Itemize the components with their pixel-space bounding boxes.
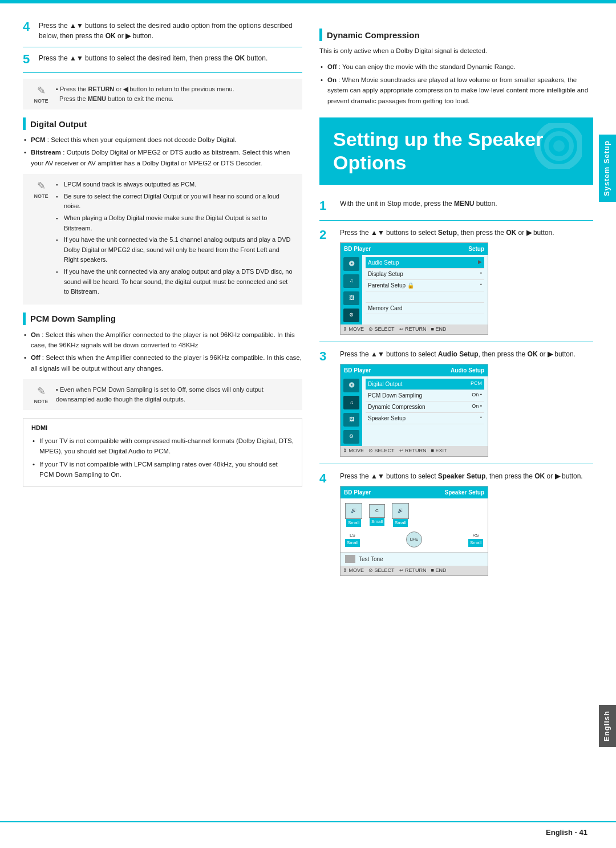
- bd-icon-setup: ⚙: [343, 309, 359, 322]
- bd-audio-select: ⊙ SELECT: [368, 447, 395, 455]
- bd-audio-speaker-setup: Speaker Setup•: [366, 413, 484, 424]
- bd-screen-audio: BD Player Audio Setup 💿 ♫ 🖼 ⚙: [340, 364, 488, 457]
- dyn-comp-off: Off : You can enjoy the movie with the s…: [319, 62, 593, 72]
- bd-icon-music: ♫: [343, 274, 359, 288]
- spk-fr-box: 🔊: [392, 503, 409, 519]
- r-step-3: 3 Press the ▲▼ buttons to select Audio S…: [319, 349, 593, 464]
- pencil-icon-3: ✎: [37, 385, 46, 397]
- note-box-3: ✎ NOTE ▪ Even when PCM Down Sampling is …: [23, 379, 302, 410]
- bd-menu-setup: Audio Setup▶ Display Setup• Parental Set…: [362, 255, 488, 324]
- cyan-bar-pcm: [23, 313, 26, 325]
- note-label-3: NOTE: [34, 399, 48, 404]
- dynamic-compression-section: Dynamic Compression This is only active …: [319, 29, 593, 106]
- step-5-text: Press the ▲▼ buttons to select the desir…: [39, 53, 302, 63]
- step-5-block: 5 Press the ▲▼ buttons to select the des…: [23, 53, 302, 73]
- bd-menu-audio: Digital OutputPCM PCM Down SamplingOn • …: [362, 376, 488, 446]
- spk-footer-return: ↩ RETURN: [399, 567, 427, 575]
- speaker-layout: 🔊 Small C Small 🔊 Small: [341, 498, 488, 531]
- bd-menu-display-setup: Display Setup•: [366, 269, 484, 280]
- note-icon-2: ✎ NOTE: [31, 180, 51, 199]
- bd-screen-audio-body: 💿 ♫ 🖼 ⚙ Digital OutputPCM PCM Dow: [341, 376, 488, 446]
- bd-footer-end: ■ END: [431, 326, 447, 334]
- note2-item5: If you have the unit connected via any a…: [56, 267, 294, 297]
- spk-title-right: Speaker Setup: [445, 488, 484, 497]
- r-step-3-num: 3: [319, 349, 334, 364]
- dyn-comp-on: On : When Movie soundtracks are played a…: [319, 75, 593, 106]
- spk-ls-label: LS: [350, 532, 355, 539]
- spk-rs-tag: Small: [468, 539, 483, 547]
- r-step-4-body: Press the ▲▼ buttons to select Speaker S…: [340, 471, 593, 577]
- note-box-2: ✎ NOTE LPCM sound track is always output…: [23, 174, 302, 305]
- note2-item3: When playing a Dolby Digital movie make …: [56, 213, 294, 233]
- bd-menu-blank: [366, 291, 484, 303]
- speaker-screen-header: BD Player Speaker Setup: [341, 486, 488, 498]
- speaker-screen: BD Player Speaker Setup 🔊 Small C: [340, 486, 488, 577]
- bd-icon-music-audio: ♫: [343, 396, 359, 409]
- spk-lfe-box: LFE: [406, 531, 422, 547]
- english-tab: English: [599, 705, 616, 747]
- pcm-item-off: Off : Select this when the Amplifier con…: [23, 352, 302, 374]
- digital-output-item-bitstream: Bitstream : Outputs Dolby Digital or MPE…: [23, 147, 302, 168]
- bd-footer-select: ⊙ SELECT: [368, 326, 395, 334]
- note2-item4: If you have the unit connected via the 5…: [56, 235, 294, 265]
- bd-footer-setup: ⇕ MOVE ⊙ SELECT ↩ RETURN ■ END: [341, 324, 488, 335]
- note2-item2: Be sure to select the correct Digital Ou…: [56, 192, 294, 212]
- r-step-1: 1 With the unit in Stop mode, press the …: [319, 198, 593, 221]
- note-bullets-2: LPCM sound track is always outputted as …: [56, 180, 294, 299]
- r-step-3-body: Press the ▲▼ buttons to select Audio Set…: [340, 349, 593, 457]
- r-step-2: 2 Press the ▲▼ buttons to select Setup, …: [319, 228, 593, 343]
- bd-menu-audio-setup: Audio Setup▶: [366, 257, 484, 269]
- digital-output-list: PCM : Select this when your equipment do…: [23, 135, 302, 168]
- note-content-3: ▪ Even when PCM Down Sampling is set to …: [56, 385, 294, 404]
- dyn-comp-list: Off : You can enjoy the movie with the s…: [319, 62, 593, 106]
- bd-audio-pcm-down: PCM Down SamplingOn •: [366, 390, 484, 401]
- bd-icon-setup-audio: ⚙: [343, 430, 359, 444]
- dyn-comp-title: Dynamic Compression: [327, 30, 420, 40]
- page-footer: English - 41: [0, 821, 616, 848]
- big-heading-block: Setting up the Speaker Options: [319, 117, 593, 185]
- dyn-comp-heading: Dynamic Compression: [319, 29, 593, 41]
- spk-fr: 🔊 Small: [392, 503, 409, 527]
- bd-footer-return: ↩ RETURN: [399, 326, 427, 334]
- heading-line2: Options: [333, 152, 406, 173]
- bd-sidebar-audio: 💿 ♫ 🖼 ⚙: [341, 376, 362, 446]
- cyan-bar-dyn: [319, 29, 322, 41]
- bd-screen-setup-body: 💿 ♫ 🖼 ⚙ Audio Setup▶ Display Setu: [341, 255, 488, 324]
- digital-output-item-pcm: PCM : Select this when your equipment do…: [23, 135, 302, 145]
- step-4-block: 4 Press the ▲▼ buttons to select the des…: [23, 21, 302, 47]
- r-step-1-num: 1: [319, 198, 334, 213]
- pcm-heading: PCM Down Sampling: [23, 313, 302, 325]
- bd-icon-photo-audio: 🖼: [343, 413, 359, 427]
- bd-screen-setup: BD Player Setup 💿 ♫ 🖼 ⚙: [340, 242, 488, 335]
- spk-lfe: LFE: [406, 531, 422, 547]
- spk-ls: LS Small: [345, 532, 360, 547]
- digital-output-heading: Digital Output: [23, 117, 302, 130]
- note-icon-3: ✎ NOTE: [31, 385, 51, 404]
- pcm-item-on: On : Select this when the Amplifier conn…: [23, 330, 302, 351]
- step-5-number: 5: [23, 52, 39, 67]
- spk-fr-label: Small: [393, 519, 408, 527]
- note-content-1: ▪ Press the RETURN or ◀ button to return…: [56, 84, 234, 103]
- step-4-text: Press the ▲▼ buttons to select the desir…: [39, 21, 302, 41]
- bd-icon-photo: 🖼: [343, 291, 359, 305]
- r-step-2-body: Press the ▲▼ buttons to select Setup, th…: [340, 228, 593, 335]
- spk-c-box: C: [369, 504, 385, 518]
- bd-icon-disc-audio: 💿: [343, 379, 359, 392]
- hdmi-list: If your TV is not compatible with compre…: [31, 436, 294, 480]
- pencil-icon-2: ✎: [37, 180, 46, 192]
- bd-menu-memory-card: Memory Card: [366, 303, 484, 314]
- r-step-4: 4 Press the ▲▼ buttons to select Speaker…: [319, 471, 593, 583]
- cyan-bar-digital: [23, 117, 26, 130]
- spk-c-label: Small: [370, 518, 384, 526]
- hdmi-item1: If your TV is not compatible with compre…: [31, 436, 294, 457]
- bd-audio-title-right: Audio Setup: [451, 366, 484, 375]
- bd-audio-exit: ■ EXIT: [431, 447, 447, 455]
- spk-rs: RS Small: [468, 532, 483, 547]
- bd-audio-dyn-comp: Dynamic CompressionOn •: [366, 401, 484, 413]
- hdmi-title: HDMI: [31, 423, 294, 433]
- bd-audio-title-left: BD Player: [344, 366, 371, 375]
- footer-text: English - 41: [546, 828, 587, 837]
- pencil-icon-1: ✎: [37, 84, 46, 97]
- spk-rs-label: RS: [472, 532, 479, 539]
- spk-center-group: C Small: [369, 504, 385, 526]
